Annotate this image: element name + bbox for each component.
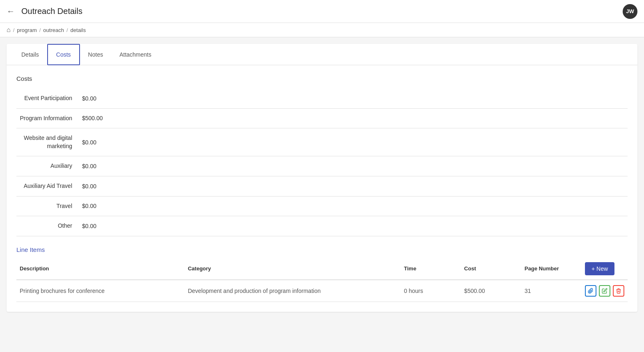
td-description: Printing brochures for conference bbox=[16, 280, 185, 302]
page-title: Outreach Details bbox=[21, 7, 82, 16]
breadcrumb-sep-1: / bbox=[13, 27, 15, 33]
table-header-row: Description Category Time Cost Page Numb… bbox=[16, 258, 628, 280]
cost-row-auxiliary-aid: Auxiliary Aid Travel $0.00 bbox=[16, 176, 628, 197]
cost-row-other: Other $0.00 bbox=[16, 216, 628, 236]
new-line-item-button[interactable]: + New bbox=[585, 262, 614, 275]
th-time: Time bbox=[401, 258, 461, 280]
breadcrumb-details: details bbox=[71, 27, 86, 33]
cost-label-event-participation: Event Participation bbox=[16, 94, 82, 103]
home-icon[interactable]: ⌂ bbox=[7, 26, 11, 34]
top-bar: ← Outreach Details JW bbox=[0, 0, 644, 23]
row-action-icons bbox=[585, 285, 624, 297]
avatar[interactable]: JW bbox=[623, 4, 637, 19]
th-actions: + New bbox=[582, 258, 628, 280]
top-bar-left: ← Outreach Details bbox=[7, 7, 82, 16]
td-time: 0 hours bbox=[401, 280, 461, 302]
tab-attachments[interactable]: Attachments bbox=[111, 44, 160, 65]
th-cost: Cost bbox=[461, 258, 521, 280]
panel-body: Costs Event Participation $0.00 Program … bbox=[7, 65, 637, 312]
cost-row-website: Website and digital marketing $0.00 bbox=[16, 128, 628, 156]
table-row: Printing brochures for conference Develo… bbox=[16, 280, 628, 302]
edit-icon-button[interactable] bbox=[599, 285, 610, 297]
line-items-table: Description Category Time Cost Page Numb… bbox=[16, 258, 628, 302]
cost-value-website: $0.00 bbox=[82, 139, 96, 146]
back-button[interactable]: ← bbox=[7, 7, 15, 16]
breadcrumb: ⌂ / program / outreach / details bbox=[0, 23, 644, 37]
breadcrumb-sep-3: / bbox=[66, 27, 68, 33]
tab-costs[interactable]: Costs bbox=[47, 44, 80, 65]
cost-row-travel: Travel $0.00 bbox=[16, 197, 628, 217]
cost-label-travel: Travel bbox=[16, 202, 82, 210]
cost-row-program-information: Program Information $500.00 bbox=[16, 109, 628, 129]
cost-row-event-participation: Event Participation $0.00 bbox=[16, 89, 628, 109]
cost-label-auxiliary: Auxiliary bbox=[16, 162, 82, 170]
cost-value-program-information: $500.00 bbox=[82, 115, 103, 121]
th-description: Description bbox=[16, 258, 185, 280]
tab-notes[interactable]: Notes bbox=[80, 44, 112, 65]
costs-section-title: Costs bbox=[16, 75, 628, 82]
td-cost: $500.00 bbox=[461, 280, 521, 302]
td-page-number: 31 bbox=[521, 280, 582, 302]
th-page-number: Page Number bbox=[521, 258, 582, 280]
cost-label-other: Other bbox=[16, 222, 82, 230]
cost-value-other: $0.00 bbox=[82, 223, 96, 229]
breadcrumb-outreach[interactable]: outreach bbox=[43, 27, 64, 33]
tab-details[interactable]: Details bbox=[13, 44, 47, 65]
th-category: Category bbox=[185, 258, 401, 280]
cost-row-auxiliary: Auxiliary $0.00 bbox=[16, 156, 628, 176]
cost-value-auxiliary: $0.00 bbox=[82, 163, 96, 169]
breadcrumb-program[interactable]: program bbox=[17, 27, 37, 33]
line-items-title: Line Items bbox=[16, 246, 628, 253]
attach-icon-button[interactable] bbox=[585, 285, 596, 297]
cost-label-auxiliary-aid: Auxiliary Aid Travel bbox=[16, 182, 82, 190]
cost-value-event-participation: $0.00 bbox=[82, 95, 96, 102]
cost-value-auxiliary-aid: $0.00 bbox=[82, 183, 96, 190]
cost-label-program-information: Program Information bbox=[16, 114, 82, 123]
cost-value-travel: $0.00 bbox=[82, 203, 96, 209]
breadcrumb-sep-2: / bbox=[39, 27, 41, 33]
td-row-actions bbox=[582, 280, 628, 302]
delete-icon-button[interactable] bbox=[613, 285, 624, 297]
line-items-section: Line Items Description Category Time Cos… bbox=[16, 246, 628, 302]
cost-label-website: Website and digital marketing bbox=[16, 134, 82, 150]
main-content: Details Costs Notes Attachments Costs Ev… bbox=[7, 44, 637, 312]
td-category: Development and production of program in… bbox=[185, 280, 401, 302]
tabs-bar: Details Costs Notes Attachments bbox=[7, 44, 637, 65]
